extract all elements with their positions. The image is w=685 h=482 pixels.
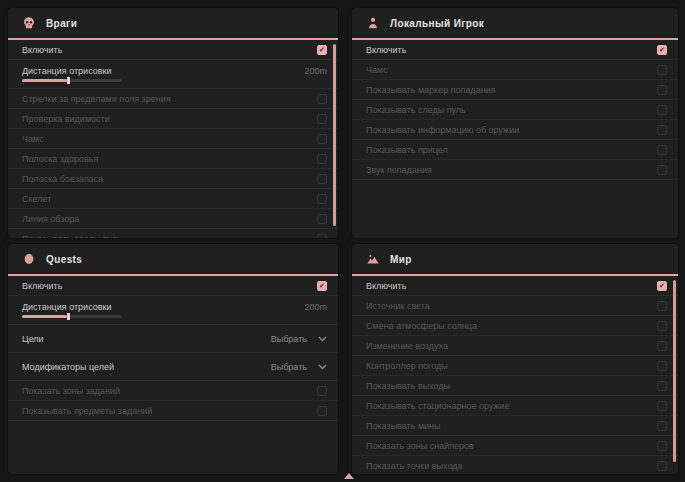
setting-label: Показать зоны снайперов: [366, 441, 474, 451]
panel-rows-enemies: Включить✔Дистанция отрисовки200mСтрелки …: [8, 40, 338, 238]
setting-label: Смена атмосферы солнца: [366, 321, 477, 331]
checkbox[interactable]: [317, 94, 327, 104]
slider-handle[interactable]: [67, 313, 70, 320]
checkbox[interactable]: [657, 361, 667, 371]
scrollbar[interactable]: [673, 280, 676, 462]
setting-row[interactable]: Показывать прицел: [352, 140, 678, 160]
setting-label: Включить: [22, 45, 62, 55]
setting-label: Показывать мины: [366, 421, 441, 431]
scroll-up-triangle-icon[interactable]: [344, 473, 354, 479]
setting-label: Включить: [22, 281, 62, 291]
setting-row[interactable]: Источник света: [352, 296, 678, 316]
checkbox[interactable]: ✔: [657, 281, 667, 291]
checkbox[interactable]: [657, 401, 667, 411]
checkbox[interactable]: [657, 341, 667, 351]
checkbox[interactable]: ✔: [317, 281, 327, 291]
setting-row[interactable]: Скелет: [8, 189, 338, 209]
setting-row[interactable]: Включить✔: [8, 276, 338, 296]
checkbox[interactable]: [657, 165, 667, 175]
setting-row[interactable]: Показывать предметы заданий: [8, 401, 338, 421]
scrollbar[interactable]: [333, 44, 336, 226]
checkbox[interactable]: [317, 134, 327, 144]
checkbox[interactable]: [317, 114, 327, 124]
setting-label: Проверка видимости: [22, 114, 110, 124]
setting-row[interactable]: Чамс: [352, 60, 678, 80]
checkbox[interactable]: [657, 125, 667, 135]
panel-title: Враги: [46, 18, 77, 29]
setting-label: Показывать выходы: [366, 381, 450, 391]
chevron-down-icon: [318, 364, 327, 370]
checkbox[interactable]: ✔: [317, 45, 327, 55]
setting-row[interactable]: Линия обзора: [8, 209, 338, 229]
setting-row[interactable]: Смена атмосферы солнца: [352, 316, 678, 336]
setting-row[interactable]: Контроллер погоды: [352, 356, 678, 376]
checkbox[interactable]: [657, 85, 667, 95]
setting-row[interactable]: Звук попадания: [352, 160, 678, 180]
setting-label: Включить: [366, 45, 406, 55]
checkbox[interactable]: [317, 154, 327, 164]
panel-title: Quests: [46, 254, 82, 265]
setting-label: Полоска боезапаса: [22, 174, 103, 184]
setting-row[interactable]: Показать зоны заданий: [8, 381, 338, 401]
checkbox[interactable]: [657, 441, 667, 451]
checkbox[interactable]: [317, 406, 327, 416]
checkbox[interactable]: [317, 234, 327, 239]
setting-row[interactable]: Показывать стационарное оружие: [352, 396, 678, 416]
setting-row[interactable]: Включить✔: [8, 40, 338, 60]
slider-track[interactable]: [22, 315, 122, 318]
setting-row[interactable]: Показывать информацию об оружии: [352, 120, 678, 140]
checkbox[interactable]: [317, 194, 327, 204]
panel-world: Мир Включить✔Источник светаСмена атмосфе…: [352, 244, 678, 474]
person-icon: [366, 16, 380, 30]
setting-row[interactable]: Показывать выходы: [352, 376, 678, 396]
setting-label: Скелет: [22, 194, 51, 204]
checkbox[interactable]: [657, 381, 667, 391]
checkbox[interactable]: [657, 301, 667, 311]
checkbox[interactable]: [657, 321, 667, 331]
setting-row[interactable]: Полоска боезапаса: [8, 169, 338, 189]
setting-row[interactable]: Показать зоны снайперов: [352, 436, 678, 456]
setting-row[interactable]: Включить✔: [352, 276, 678, 296]
checkbox[interactable]: [657, 461, 667, 471]
setting-row[interactable]: Показывать следы пуль: [352, 100, 678, 120]
checkbox[interactable]: [657, 145, 667, 155]
setting-row[interactable]: Показывать маркер попадания: [352, 80, 678, 100]
setting-row[interactable]: Показывать мины: [352, 416, 678, 436]
dropdown[interactable]: Выбрать: [271, 334, 327, 344]
setting-label: Показывать стационарное оружие: [366, 401, 510, 411]
slider-handle[interactable]: [67, 77, 70, 84]
dropdown[interactable]: Выбрать: [271, 362, 327, 372]
setting-row[interactable]: Дистанция отрисовки200m: [8, 296, 338, 325]
setting-row[interactable]: Показывать следы пуль: [8, 229, 338, 238]
setting-row[interactable]: ЦелиВыбрать: [8, 325, 338, 353]
setting-row[interactable]: Полоска здоровья: [8, 149, 338, 169]
setting-row[interactable]: Включить✔: [352, 40, 678, 60]
dropdown-value: Выбрать: [271, 334, 307, 344]
setting-row[interactable]: Дистанция отрисовки200m: [8, 60, 338, 89]
panel-header: Мир: [352, 244, 678, 276]
setting-label: Цели: [22, 334, 44, 344]
setting-label: Показывать маркер попадания: [366, 85, 496, 95]
checkbox[interactable]: [317, 386, 327, 396]
setting-row[interactable]: Изменение воздуха: [352, 336, 678, 356]
setting-row[interactable]: Модификаторы целейВыбрать: [8, 353, 338, 381]
setting-label: Источник света: [366, 301, 430, 311]
setting-label: Показывать следы пуль: [22, 234, 122, 239]
checkbox[interactable]: [317, 214, 327, 224]
setting-row[interactable]: Показать точки выхода: [352, 456, 678, 474]
checkbox[interactable]: ✔: [657, 45, 667, 55]
slider-track[interactable]: [22, 79, 122, 82]
setting-row[interactable]: Чамс: [8, 129, 338, 149]
dropdown-value: Выбрать: [271, 362, 307, 372]
checkbox[interactable]: [657, 421, 667, 431]
checkbox[interactable]: [657, 105, 667, 115]
checkbox[interactable]: [657, 65, 667, 75]
setting-label: Модификаторы целей: [22, 362, 114, 372]
setting-label: Контроллер погоды: [366, 361, 448, 371]
setting-label: Показывать прицел: [366, 145, 448, 155]
setting-row[interactable]: Проверка видимости: [8, 109, 338, 129]
panel-enemies: Враги Включить✔Дистанция отрисовки200mСт…: [8, 8, 338, 238]
checkbox[interactable]: [317, 174, 327, 184]
setting-row[interactable]: Стрелки за пределами поля зрения: [8, 89, 338, 109]
setting-label: Изменение воздуха: [366, 341, 448, 351]
